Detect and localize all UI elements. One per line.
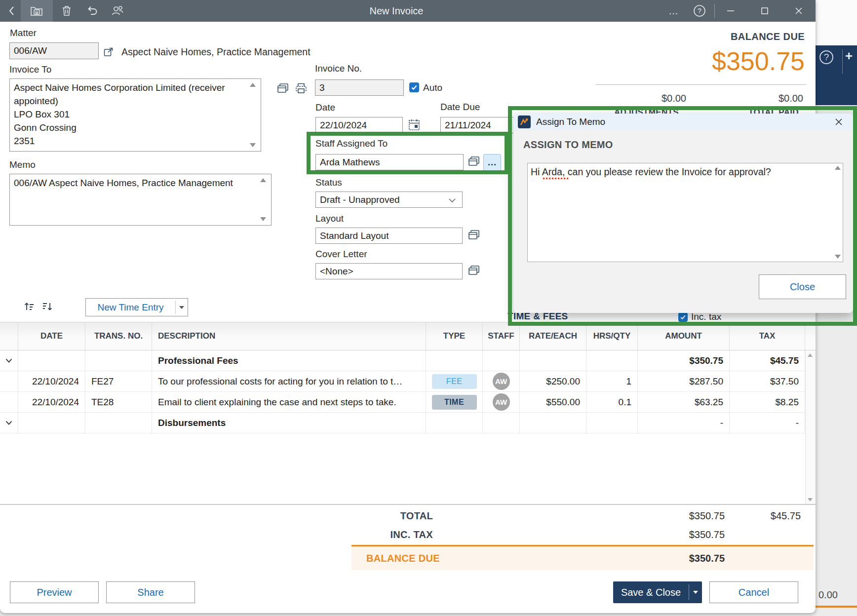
date-input[interactable]: 22/10/2024 (315, 117, 403, 133)
invoice-no-input[interactable]: 3 (315, 79, 404, 96)
save-close-button[interactable]: Save & Close (613, 581, 702, 603)
matter-input[interactable]: 006/AW (9, 42, 99, 59)
table-row[interactable]: 22/10/2024 TE28 Email to client explaini… (0, 392, 816, 413)
select-cover-letter-icon[interactable] (468, 265, 480, 276)
dialog-scroll-down-icon[interactable] (835, 255, 841, 259)
undo-icon[interactable] (82, 0, 102, 22)
new-time-entry-button[interactable]: New Time Entry (85, 298, 188, 316)
table-row[interactable]: 22/10/2024 FE27 To our professional cost… (0, 371, 816, 392)
select-contact-icon[interactable] (277, 83, 289, 94)
date-label: Date (315, 102, 335, 113)
header-amount[interactable]: AMOUNT (638, 322, 730, 350)
save-close-label: Save & Close (613, 581, 689, 603)
cell-tax: $37.50 (730, 371, 805, 392)
group-amount: - (638, 413, 730, 433)
cell-date: 22/10/2024 (18, 392, 85, 413)
date-due-label: Date Due (440, 102, 480, 113)
header-date[interactable]: DATE (18, 322, 85, 350)
minimize-icon[interactable] (719, 0, 742, 22)
assign-staff-icon[interactable] (108, 0, 127, 22)
cancel-button[interactable]: Cancel (709, 581, 798, 603)
total-amount: $350.75 (642, 510, 725, 522)
svg-text:M: M (36, 11, 39, 14)
calendar-icon[interactable] (408, 118, 421, 131)
background-add-icon[interactable]: + (845, 48, 857, 64)
dialog-close-icon[interactable] (831, 116, 846, 128)
cell-amount: $287.50 (638, 371, 730, 392)
invoice-to-scroll-down-icon[interactable] (250, 143, 256, 147)
table-header: DATE TRANS. NO. DESCRIPTION TYPE STAFF R… (0, 322, 816, 350)
cell-tax: $8.25 (730, 392, 805, 413)
staff-more-button[interactable]: ... (483, 154, 501, 171)
background-help-icon[interactable]: ? (819, 50, 833, 64)
dialog-heading: ASSIGN TO MEMO (523, 139, 613, 151)
header-expander-cell (0, 322, 18, 350)
layout-input[interactable]: Standard Layout (315, 228, 463, 244)
collapse-chevron-icon[interactable] (0, 350, 18, 371)
help-icon[interactable]: ? (688, 0, 711, 22)
table-scrollbar[interactable] (805, 350, 816, 504)
cell-amount: $63.25 (638, 392, 730, 413)
app-logo-icon (518, 116, 531, 128)
new-time-entry-dropdown[interactable] (176, 299, 188, 316)
invoice-to-scroll-up-icon[interactable] (250, 83, 256, 87)
type-badge-fee: FEE (432, 374, 477, 389)
share-button[interactable]: Share (106, 581, 195, 603)
memo-message-textarea[interactable]: Hi Arda, can you please review the Invoi… (527, 163, 843, 262)
matter-folder-icon[interactable]: M (27, 0, 46, 22)
collapse-chevron-icon[interactable] (0, 413, 18, 433)
chevron-down-icon (179, 306, 184, 309)
cover-letter-input[interactable]: <None> (315, 263, 463, 279)
memo-textarea[interactable]: 006/AW Aspect Naive Homes, Practice Mana… (9, 174, 272, 226)
dialog-close-button[interactable]: Close (759, 274, 846, 299)
staff-avatar: AW (493, 393, 510, 411)
save-close-dropdown[interactable] (689, 581, 702, 603)
auto-checkbox[interactable] (409, 82, 419, 92)
header-description[interactable]: DESCRIPTION (152, 322, 426, 350)
select-layout-icon[interactable] (468, 230, 480, 240)
select-staff-icon[interactable] (468, 156, 480, 167)
inc-tax-checkbox[interactable] (678, 312, 688, 322)
open-matter-icon[interactable] (104, 47, 114, 57)
sort-descending-icon[interactable] (41, 301, 53, 312)
memo-scroll-up-icon[interactable] (260, 178, 266, 182)
preview-button[interactable]: Preview (10, 581, 99, 603)
background-orange-underline (816, 606, 857, 608)
sort-ascending-icon[interactable] (23, 301, 35, 312)
header-tax[interactable]: TAX (730, 322, 805, 350)
date-due-input[interactable]: 21/11/2024 (440, 117, 522, 133)
maximize-icon[interactable] (753, 0, 776, 22)
more-icon[interactable]: … (662, 0, 685, 22)
close-icon[interactable] (787, 0, 810, 22)
back-icon[interactable] (2, 0, 22, 22)
status-value: Draft - Unapproved (320, 194, 400, 205)
inc-tax-total-label: INC. TAX (306, 529, 433, 540)
delete-icon[interactable] (57, 0, 77, 22)
table-row-group[interactable]: Disbursements - - (0, 413, 816, 433)
balance-due-row-label: BALANCE DUE (366, 553, 440, 564)
cell-date: 22/10/2024 (18, 371, 85, 392)
assign-to-memo-dialog: Assign To Memo ASSIGN TO MEMO Hi Arda, c… (513, 114, 853, 313)
cell-trans-no: FE27 (85, 371, 152, 392)
background-app-strip (816, 0, 857, 45)
table-row-group[interactable]: Professional Fees $350.75 $45.75 (0, 350, 816, 371)
total-tax: $45.75 (731, 510, 801, 522)
dialog-scroll-up-icon[interactable] (835, 166, 841, 170)
balance-due-row: BALANCE DUE $350.75 (351, 546, 814, 570)
print-icon[interactable] (294, 82, 308, 94)
scroll-up-icon[interactable] (808, 353, 813, 357)
header-hrs-qty[interactable]: HRS/QTY (586, 322, 638, 350)
background-toolbar-divider (842, 49, 843, 74)
scroll-down-icon[interactable] (808, 498, 813, 501)
staff-assigned-input[interactable]: Arda Mathews (315, 154, 464, 170)
header-rate-each[interactable]: RATE/EACH (520, 322, 586, 350)
status-select[interactable]: Draft - Unapproved (315, 192, 463, 208)
invoice-to-textarea[interactable]: Aspect Naive Homes Corporation Limited (… (9, 78, 261, 152)
memo-scroll-down-icon[interactable] (260, 217, 266, 221)
memo-label: Memo (9, 159, 36, 170)
cell-rate: $250.00 (520, 371, 586, 392)
header-type[interactable]: TYPE (426, 322, 483, 350)
header-staff[interactable]: STAFF (483, 322, 520, 350)
new-time-entry-label: New Time Entry (86, 299, 175, 316)
header-trans-no[interactable]: TRANS. NO. (85, 322, 152, 350)
